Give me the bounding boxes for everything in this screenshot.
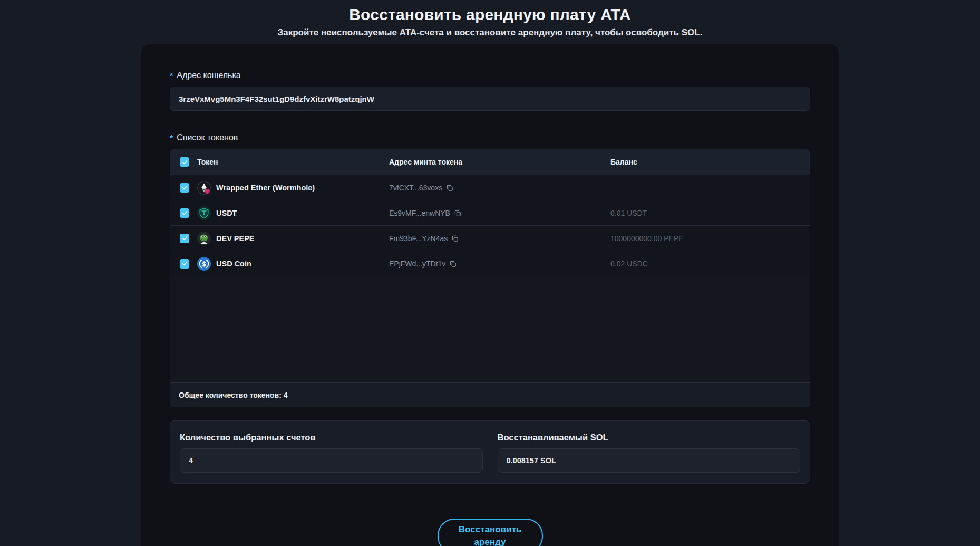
check-icon [181,235,188,242]
token-balance: 0.02 USDC [610,260,810,268]
usdt-icon [197,206,211,220]
main-card: * Адрес кошелька * Список токенов Токен … [141,44,839,546]
required-asterisk: * [170,72,173,81]
check-icon [181,260,188,267]
column-header-token: Токен [197,158,389,166]
check-icon [181,159,188,166]
selected-accounts-label: Количество выбранных счетов [180,433,483,443]
row-checkbox[interactable] [180,259,189,269]
usdc-icon: $ [197,257,211,271]
table-empty-area [170,276,810,382]
token-table-body[interactable]: Wrapped Ether (Wormhole) 7vfCXT...63voxs [170,175,810,382]
page-header: Восстановить арендную плату ATA Закройте… [0,0,980,39]
summary-card: Количество выбранных счетов Восстанавлив… [170,420,810,484]
mint-address: EPjFWd...yTDt1v [389,260,445,268]
table-row: USDT Es9vMF...enwNYB 0.01 USDT [170,200,810,225]
column-header-mint: Адрес минта токена [389,158,610,166]
token-count-footer: Общее количество токенов: 4 [170,382,810,407]
recoverable-sol-input[interactable] [498,448,801,473]
mint-address: Es9vMF...enwNYB [389,209,450,217]
token-balance: 1000000000.00 PEPE [610,234,810,243]
copy-icon[interactable] [451,235,459,242]
recover-rent-button[interactable]: Восстановить аренду [438,519,543,546]
page-title: Восстановить арендную плату ATA [0,4,980,25]
select-all-checkbox[interactable] [180,157,189,167]
token-list-label: Список токенов [177,133,238,142]
row-checkbox[interactable] [180,183,189,193]
token-name: USD Coin [216,260,251,268]
required-asterisk: * [170,134,173,143]
token-table: Токен Адрес минта токена Баланс [170,149,810,407]
token-name: USDT [216,209,237,217]
token-table-header: Токен Адрес минта токена Баланс [170,149,810,175]
pepe-icon [197,232,211,245]
recover-rent-button-label: Восстановить аренду [453,523,527,546]
row-checkbox[interactable] [180,208,189,218]
svg-text:$: $ [201,260,206,267]
recoverable-sol-field: Восстанавливаемый SOL [498,433,801,473]
weth-icon [197,181,211,195]
copy-icon[interactable] [454,209,461,217]
wallet-label-row: * Адрес кошелька [170,71,810,80]
selected-accounts-field: Количество выбранных счетов [180,433,483,473]
token-name: DEV PEPE [216,234,255,243]
table-row: $ USD Coin EPjFWd...yTDt1v 0.02 USDC [170,251,810,276]
table-row: DEV PEPE Fm93bF...YzN4as 1000000000.00 P… [170,225,810,251]
recoverable-sol-label: Восстанавливаемый SOL [498,433,801,443]
row-checkbox[interactable] [180,234,189,243]
column-header-balance: Баланс [610,158,810,166]
wallet-address-input[interactable] [170,87,810,111]
token-balance: 0.01 USDT [610,209,810,217]
wallet-address-label: Адрес кошелька [177,71,240,80]
check-icon [181,184,188,191]
table-row: Wrapped Ether (Wormhole) 7vfCXT...63voxs [170,175,810,200]
token-list-label-row: * Список токенов [170,133,810,142]
action-area: Восстановить аренду [170,519,810,546]
mint-address: Fm93bF...YzN4as [389,234,448,243]
mint-address: 7vfCXT...63voxs [389,184,442,192]
selected-accounts-input[interactable] [180,448,483,473]
copy-icon[interactable] [449,260,457,267]
check-icon [181,209,188,216]
page-subtitle: Закройте неиспользуемые ATA-счета и восс… [0,26,980,39]
copy-icon[interactable] [446,184,453,191]
token-name: Wrapped Ether (Wormhole) [216,184,315,192]
